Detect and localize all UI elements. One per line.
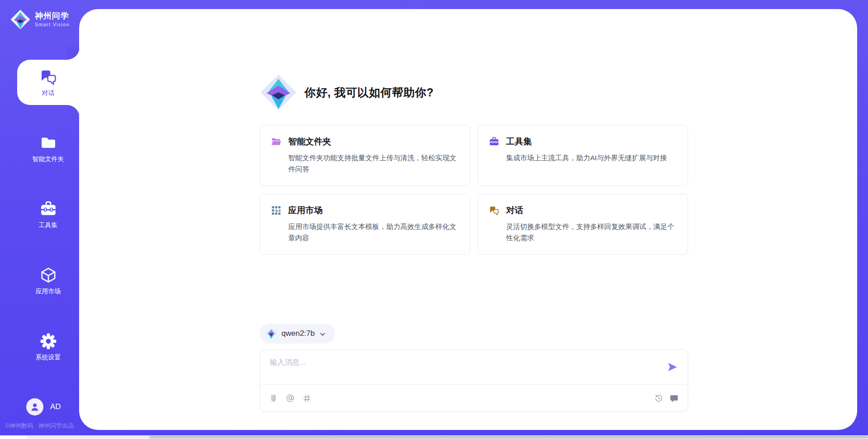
greeting-title: 你好, 我可以如何帮助你?	[305, 85, 434, 100]
card-toolset[interactable]: 工具集 集成市场上主流工具，助力AI与外界无缝扩展与对接	[477, 125, 688, 186]
chat-bubbles-icon	[39, 68, 57, 86]
card-title: 应用市场	[288, 205, 323, 216]
brand-logo: 神州问学 Smart Vision	[10, 9, 70, 30]
card-description: 应用市场提供丰富长文本模板，助力高效生成多样化文章内容	[288, 221, 459, 243]
briefcase-icon	[489, 136, 500, 147]
topic-button[interactable]	[302, 394, 311, 403]
sidebar-item-label: 智能文件夹	[33, 155, 64, 163]
message-input[interactable]	[270, 358, 632, 382]
sidebar-item-toolset[interactable]: 工具集	[17, 192, 79, 237]
at-icon	[286, 394, 295, 403]
greeting: 你好, 我可以如何帮助你?	[259, 73, 688, 111]
sidebar-item-label: 应用市场	[36, 287, 61, 296]
card-description: 集成市场上主流工具，助力AI与外界无缝扩展与对接	[506, 152, 677, 163]
sidebar-nav: 对话 智能文件夹 工具集	[17, 60, 79, 390]
diamond-logo-icon	[10, 9, 31, 30]
card-description: 灵活切换多模型文件，支持多样回复效果调试，满足个性化需求	[506, 221, 677, 243]
feature-cards: 智能文件夹 智能文件夹功能支持批量文件上传与清洗，轻松实现文件问答	[259, 125, 688, 255]
hash-icon	[302, 394, 311, 403]
card-description: 智能文件夹功能支持批量文件上传与清洗，轻松实现文件问答	[288, 152, 459, 175]
bottom-strip	[0, 435, 868, 439]
model-name: qwen2:7b	[282, 329, 315, 338]
history-icon	[654, 394, 663, 403]
paperclip-icon	[269, 394, 278, 403]
card-title: 对话	[506, 205, 524, 216]
sidebar-item-label: 工具集	[39, 221, 58, 229]
brand-subtitle: Smart Vision	[35, 22, 70, 28]
card-title: 工具集	[506, 136, 532, 148]
comment-icon	[670, 394, 679, 403]
horizontal-scrollbar-thumb[interactable]	[149, 436, 868, 439]
sidebar-item-app-market[interactable]: 应用市场	[17, 258, 79, 303]
user-name: AD	[50, 402, 61, 411]
briefcase-icon	[39, 200, 57, 218]
grid-cube-icon	[271, 205, 282, 216]
new-chat-button[interactable]	[670, 394, 679, 403]
sidebar-item-label: 对话	[42, 89, 55, 97]
brand-name: 神州问学	[35, 12, 70, 21]
model-selector[interactable]: qwen2:7b	[259, 324, 335, 344]
card-smart-folder[interactable]: 智能文件夹 智能文件夹功能支持批量文件上传与清洗，轻松实现文件问答	[259, 125, 470, 186]
gear-icon	[39, 332, 57, 350]
sidebar-item-smart-folder[interactable]: 智能文件夹	[17, 126, 79, 171]
sidebar-item-settings[interactable]: 系统设置	[17, 324, 79, 369]
card-chat[interactable]: 对话 灵活切换多模型文件，支持多样回复效果调试，满足个性化需求	[477, 194, 688, 255]
sidebar-item-chat[interactable]: 对话	[17, 60, 79, 105]
attach-button[interactable]	[269, 394, 278, 403]
diamond-logo-icon	[259, 73, 297, 111]
chevron-down-icon	[319, 331, 326, 338]
tab-connector-bottom	[67, 105, 80, 118]
app-frame: 神州问学 Smart Vision 对话	[0, 0, 868, 435]
card-title: 智能文件夹	[288, 136, 331, 148]
send-button[interactable]	[666, 361, 679, 374]
app-page: 神州问学 Smart Vision 对话	[0, 0, 868, 439]
person-icon	[29, 401, 40, 412]
user-profile[interactable]: AD	[26, 398, 61, 415]
message-composer	[259, 349, 688, 412]
history-button[interactable]	[654, 394, 663, 403]
composer-toolbar	[269, 385, 679, 411]
send-icon	[666, 361, 678, 373]
avatar	[26, 398, 43, 415]
cube-icon	[39, 266, 57, 284]
diamond-logo-icon	[265, 328, 277, 339]
tab-connector-top	[67, 47, 80, 60]
card-app-market[interactable]: 应用市场 应用市场提供丰富长文本模板，助力高效生成多样化文章内容	[259, 194, 470, 255]
sidebar: 神州问学 Smart Vision 对话	[0, 0, 79, 435]
folder-icon	[39, 134, 57, 152]
sidebar-item-label: 系统设置	[36, 353, 61, 362]
main-panel: 你好, 我可以如何帮助你? 智能文件夹 智能文件夹功能支持批量文件上传与清洗，轻…	[79, 9, 857, 430]
chat-bubbles-icon	[489, 205, 500, 216]
copyright: ©神州数码 · 神州问学出品	[5, 422, 74, 430]
mention-button[interactable]	[286, 394, 295, 403]
open-folder-icon	[271, 136, 282, 147]
